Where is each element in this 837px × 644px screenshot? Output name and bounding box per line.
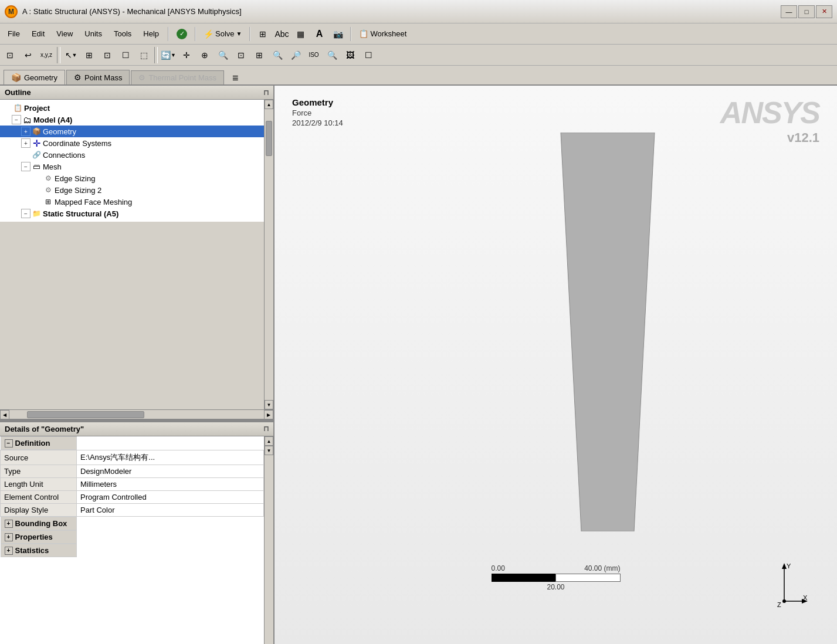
- tree-node-edge-sizing1[interactable]: ⚙ Edge Sizing: [0, 172, 264, 184]
- tb-zoom1[interactable]: 🔍: [269, 47, 286, 63]
- scroll-thumb[interactable]: [266, 121, 272, 156]
- type-label: Type: [1, 465, 77, 478]
- geometry-tab-label: Geometry: [24, 73, 57, 82]
- tb-rotate[interactable]: 🔄 ▼: [160, 47, 177, 63]
- tb-cursor-dropdown[interactable]: ↖ ▼: [62, 47, 80, 63]
- toolbar-icon-2[interactable]: Abc: [273, 26, 290, 42]
- select3-icon: ☐: [122, 50, 130, 60]
- properties-label: Properties: [15, 533, 53, 541]
- window-title: A : Static Structural (ANSYS) - Mechanic…: [22, 7, 242, 16]
- toolbar-icon-3[interactable]: ▦: [292, 26, 309, 42]
- worksheet-label: Worksheet: [370, 29, 406, 38]
- menu-view[interactable]: View: [51, 27, 78, 40]
- tb-back[interactable]: ↩: [19, 47, 37, 63]
- mesh-expander[interactable]: −: [21, 162, 31, 171]
- section-bounding-box[interactable]: + Bounding Box: [1, 517, 264, 531]
- definition-expand-icon[interactable]: −: [5, 439, 13, 448]
- tb-pan[interactable]: ✛: [178, 47, 195, 63]
- tb-zoombox2[interactable]: ⊞: [250, 47, 268, 63]
- tb-preview[interactable]: 🔍: [323, 47, 341, 63]
- geometry-expander[interactable]: +: [21, 127, 31, 136]
- outline-pin[interactable]: ⊓: [263, 89, 269, 97]
- tb-select-all[interactable]: ⊡: [1, 47, 19, 63]
- scroll-track: [265, 156, 273, 400]
- solve-button[interactable]: ⚡ Solve ▼: [199, 28, 246, 40]
- menu-units[interactable]: Units: [79, 27, 107, 40]
- worksheet-button[interactable]: 📋 Worksheet: [355, 28, 411, 40]
- tb-zoombox[interactable]: ⊡: [232, 47, 250, 63]
- length-unit-value[interactable]: Millimeters: [77, 478, 264, 491]
- tree-node-connections[interactable]: 🔗 Connections: [0, 149, 264, 161]
- tree-node-coord[interactable]: + ✛ Coordinate Systems: [0, 137, 264, 149]
- menu-edit[interactable]: Edit: [26, 27, 50, 40]
- display-style-value[interactable]: Part Color: [77, 504, 264, 517]
- grid-icon: ⊞: [259, 29, 266, 39]
- cursor-icon: ↖: [65, 50, 72, 60]
- length-unit-label: Length Unit: [1, 478, 77, 491]
- toolbar-icon-4[interactable]: A: [310, 26, 328, 42]
- section-properties[interactable]: + Properties: [1, 530, 264, 544]
- tb-select1[interactable]: ⊞: [80, 47, 98, 63]
- tb-zoom2[interactable]: 🔎: [287, 47, 304, 63]
- details-pin[interactable]: ⊓: [263, 425, 269, 433]
- scroll-down-arrow[interactable]: ▼: [265, 400, 273, 409]
- details-scroll-down[interactable]: ▼: [265, 446, 273, 455]
- element-control-value[interactable]: Program Controlled: [77, 491, 264, 504]
- model-expander[interactable]: −: [12, 115, 21, 124]
- tb-frame[interactable]: 🖼: [341, 47, 359, 63]
- rotate-dropdown[interactable]: ▼: [171, 52, 176, 58]
- cursor-dropdown[interactable]: ▼: [72, 52, 77, 58]
- coord-expander[interactable]: +: [21, 138, 31, 148]
- tab-geometry[interactable]: 📦 Geometry: [4, 70, 65, 84]
- menu-help[interactable]: Help: [138, 27, 164, 40]
- toolbar-icon-1[interactable]: ⊞: [254, 26, 272, 42]
- scroll-hthumb[interactable]: [27, 411, 144, 418]
- tree-node-edge-sizing2[interactable]: ⚙ Edge Sizing 2: [0, 184, 264, 196]
- tb-zoomin[interactable]: 🔍: [214, 47, 232, 63]
- solve-dropdown-icon[interactable]: ▼: [236, 30, 242, 37]
- tb-iso[interactable]: ISO: [305, 47, 323, 63]
- bounding-box-label: Bounding Box: [15, 519, 67, 528]
- tb-window[interactable]: ☐: [360, 47, 377, 63]
- statistics-expand-icon[interactable]: +: [5, 547, 13, 555]
- tree-node-mesh[interactable]: − 🗃 Mesh: [0, 161, 264, 172]
- tree-node-static-struct[interactable]: − 📁 Static Structural (A5): [0, 208, 264, 219]
- check-button[interactable]: ✓: [172, 27, 191, 41]
- section-statistics[interactable]: + Statistics: [1, 544, 264, 557]
- details-scrollbar[interactable]: ▲ ▼: [264, 436, 273, 644]
- tb-select3[interactable]: ☐: [117, 47, 134, 63]
- scroll-left-arrow[interactable]: ◀: [0, 410, 9, 419]
- menu-file[interactable]: File: [2, 27, 25, 40]
- menu-tools[interactable]: Tools: [109, 27, 137, 40]
- tab-thermal-point-mass[interactable]: ⚙ Thermal Point Mass: [131, 70, 224, 84]
- toolbar-icon-5[interactable]: 📷: [329, 26, 347, 42]
- tree-node-mapped-face[interactable]: ⊞ Mapped Face Meshing: [0, 196, 264, 208]
- tab-point-mass[interactable]: ⚙ Point Mass: [66, 70, 130, 84]
- tb-zoomfit[interactable]: ⊕: [196, 47, 214, 63]
- row-element-control: Element Control Program Controlled: [1, 491, 264, 504]
- context-action-icon[interactable]: ≡: [232, 72, 239, 84]
- tb-select4[interactable]: ⬚: [135, 47, 153, 63]
- close-button[interactable]: ✕: [816, 5, 832, 18]
- restore-button[interactable]: □: [798, 5, 815, 18]
- tree-node-project[interactable]: 📋 Project: [0, 102, 264, 114]
- minimize-button[interactable]: —: [781, 5, 797, 18]
- context-tab-bar: 📦 Geometry ⚙ Point Mass ⚙ Thermal Point …: [0, 66, 837, 86]
- tree-node-model[interactable]: − 🗂 Model (A4): [0, 114, 264, 126]
- ansys-logo: ANSYS: [720, 97, 819, 128]
- tb-select2[interactable]: ⊡: [99, 47, 116, 63]
- section-definition[interactable]: − Definition: [1, 436, 264, 450]
- bounding-box-expand-icon[interactable]: +: [5, 520, 13, 528]
- outline-scroll-area: 📋 Project − 🗂 Model (A4) + 📦: [0, 100, 273, 409]
- scroll-up-arrow[interactable]: ▲: [265, 100, 273, 109]
- properties-expand-icon[interactable]: +: [5, 533, 13, 541]
- tb-xyz[interactable]: x,y,z: [38, 47, 55, 63]
- tree-node-geometry[interactable]: + 📦 Geometry: [0, 126, 264, 137]
- outline-scrollbar[interactable]: ▲ ▼: [264, 100, 273, 409]
- outline-hscrollbar[interactable]: ◀ ▶: [0, 409, 273, 419]
- scroll-right-arrow[interactable]: ▶: [264, 410, 273, 419]
- type-value[interactable]: DesignModeler: [77, 465, 264, 478]
- static-expander[interactable]: −: [21, 209, 31, 218]
- source-value[interactable]: E:\Ansys汽车结构有...: [77, 450, 264, 465]
- details-scroll-up[interactable]: ▲: [265, 436, 273, 446]
